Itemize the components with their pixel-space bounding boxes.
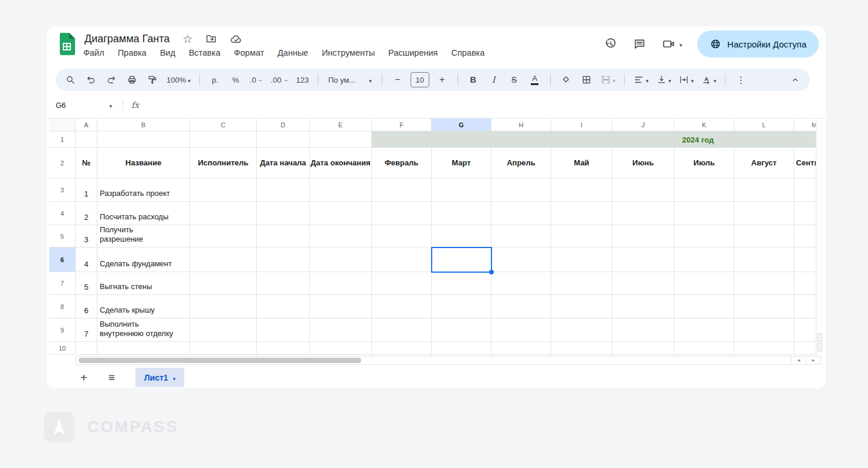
cell[interactable] bbox=[190, 202, 257, 225]
row-header-1[interactable]: 1 bbox=[49, 131, 76, 148]
text-rotation-button[interactable] bbox=[700, 72, 718, 88]
cell[interactable] bbox=[190, 225, 257, 247]
cell[interactable] bbox=[674, 202, 734, 225]
cell[interactable] bbox=[491, 202, 551, 225]
cell[interactable] bbox=[257, 131, 310, 148]
cell[interactable] bbox=[190, 131, 257, 148]
document-title[interactable]: Диаграмма Ганта bbox=[84, 33, 169, 45]
sheet-tab-active[interactable]: Лист1 bbox=[135, 368, 184, 387]
cell[interactable] bbox=[257, 247, 310, 272]
comments-button[interactable] bbox=[633, 38, 646, 51]
cell[interactable] bbox=[432, 295, 491, 318]
header-assignee-cell[interactable]: Исполнитель bbox=[190, 148, 257, 178]
text-color-button[interactable]: A bbox=[527, 72, 542, 88]
cell[interactable] bbox=[372, 178, 432, 202]
cell[interactable] bbox=[190, 342, 257, 355]
header-name-cell[interactable]: Название bbox=[97, 148, 190, 178]
menu-format[interactable]: Формат bbox=[234, 48, 265, 57]
month-header[interactable]: Август bbox=[734, 148, 794, 178]
scroll-right-button[interactable]: ▸ bbox=[806, 356, 821, 365]
cell[interactable] bbox=[491, 247, 551, 272]
month-header[interactable]: Март bbox=[432, 148, 491, 178]
task-name-cell[interactable]: Сделать фундамент bbox=[97, 247, 190, 272]
cell[interactable] bbox=[491, 225, 551, 247]
column-header-a[interactable]: A bbox=[76, 118, 97, 131]
cell[interactable] bbox=[491, 178, 551, 202]
row-header-3[interactable]: 3 bbox=[49, 178, 76, 202]
cell[interactable] bbox=[674, 225, 734, 247]
row-header-7[interactable]: 7 bbox=[49, 272, 76, 295]
cell[interactable] bbox=[551, 202, 612, 225]
cell[interactable] bbox=[551, 318, 612, 342]
row-header-9[interactable]: 9 bbox=[49, 318, 76, 342]
menu-file[interactable]: Файл bbox=[83, 48, 104, 57]
horizontal-align-button[interactable] bbox=[632, 72, 650, 88]
column-header-l[interactable]: L bbox=[734, 118, 794, 131]
cell[interactable] bbox=[734, 295, 794, 318]
task-number-cell[interactable]: 1 bbox=[76, 178, 97, 202]
cell[interactable] bbox=[491, 318, 551, 342]
cell[interactable] bbox=[76, 342, 97, 355]
increase-decimal-button[interactable]: .00 bbox=[270, 72, 290, 88]
task-number-cell[interactable]: 4 bbox=[76, 247, 97, 272]
cell[interactable] bbox=[432, 318, 491, 342]
task-name-cell[interactable]: Посчитать расходы bbox=[97, 202, 190, 225]
cell[interactable] bbox=[257, 295, 310, 318]
cell[interactable] bbox=[76, 131, 97, 148]
cell[interactable] bbox=[310, 247, 372, 272]
row-header-2[interactable]: 2 bbox=[49, 148, 76, 178]
cell[interactable] bbox=[551, 225, 612, 247]
cell[interactable] bbox=[612, 225, 674, 247]
print-button[interactable] bbox=[124, 72, 140, 88]
cell[interactable] bbox=[310, 318, 372, 342]
row-header-6[interactable]: 6 bbox=[49, 247, 76, 272]
italic-button[interactable]: I bbox=[486, 72, 501, 88]
horizontal-scroll-track[interactable] bbox=[76, 356, 792, 365]
header-date-end-cell[interactable]: Дата окончания bbox=[310, 148, 372, 178]
task-number-cell[interactable]: 7 bbox=[76, 318, 97, 342]
cell[interactable] bbox=[612, 247, 674, 272]
column-header-b[interactable]: B bbox=[97, 118, 190, 131]
column-header-k[interactable]: K bbox=[674, 118, 734, 131]
horizontal-scroll-thumb[interactable] bbox=[79, 358, 361, 363]
bold-button[interactable]: B bbox=[466, 72, 481, 88]
cell[interactable] bbox=[612, 318, 674, 342]
vertical-scroll-button[interactable] bbox=[817, 333, 822, 342]
cell[interactable] bbox=[491, 342, 551, 355]
percent-format-button[interactable]: % bbox=[228, 72, 243, 88]
cell[interactable] bbox=[674, 318, 734, 342]
cloud-status-icon[interactable] bbox=[230, 33, 242, 45]
undo-button[interactable] bbox=[83, 72, 99, 88]
month-header[interactable]: Февраль bbox=[372, 148, 432, 178]
cell[interactable] bbox=[612, 272, 674, 295]
cell[interactable] bbox=[372, 225, 432, 247]
cell[interactable] bbox=[674, 247, 734, 272]
task-name-cell[interactable]: Разработать проект bbox=[97, 178, 190, 202]
cell[interactable] bbox=[257, 202, 310, 225]
number-format-button[interactable]: 123 bbox=[295, 72, 310, 88]
cell[interactable] bbox=[551, 247, 612, 272]
vertical-scrollbar[interactable] bbox=[816, 118, 822, 355]
borders-button[interactable] bbox=[579, 72, 594, 88]
cell[interactable] bbox=[97, 131, 190, 148]
column-header-e[interactable]: E bbox=[310, 118, 372, 131]
header-date-start-cell[interactable]: Дата начала bbox=[257, 148, 310, 178]
cell[interactable] bbox=[257, 225, 310, 247]
cell[interactable] bbox=[190, 295, 257, 318]
month-header[interactable]: Июнь bbox=[612, 148, 674, 178]
cell[interactable] bbox=[190, 318, 257, 342]
collapse-toolbar-button[interactable] bbox=[788, 72, 803, 88]
task-number-cell[interactable]: 6 bbox=[76, 295, 97, 318]
font-family-select[interactable]: По ум... bbox=[326, 72, 374, 88]
task-number-cell[interactable]: 2 bbox=[76, 202, 97, 225]
month-header[interactable]: Апрель bbox=[491, 148, 551, 178]
fill-handle[interactable] bbox=[489, 270, 494, 274]
formula-input[interactable] bbox=[139, 92, 826, 118]
name-box[interactable]: G6 bbox=[56, 101, 112, 110]
cell[interactable] bbox=[372, 247, 432, 272]
row-header-10[interactable]: 10 bbox=[49, 342, 76, 355]
select-all-corner[interactable] bbox=[49, 118, 76, 131]
cell[interactable] bbox=[551, 342, 612, 355]
cell[interactable] bbox=[257, 318, 310, 342]
month-header[interactable]: Май bbox=[551, 148, 612, 178]
